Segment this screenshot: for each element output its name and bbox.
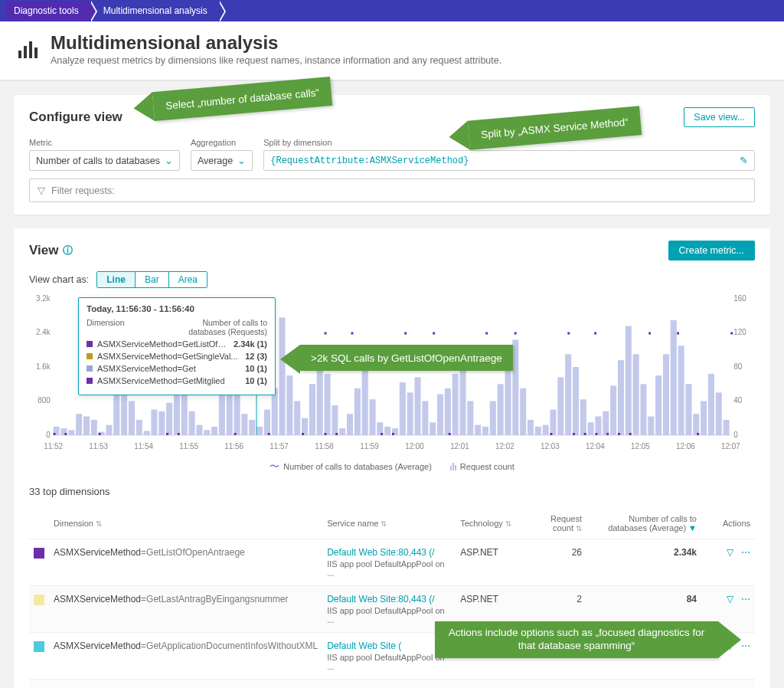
svg-rect-133 — [54, 433, 56, 435]
more-icon[interactable]: ⋯ — [741, 640, 750, 651]
col-service[interactable]: Service name⇅ — [322, 508, 456, 539]
svg-rect-87 — [475, 425, 481, 435]
svg-rect-82 — [437, 395, 443, 435]
svg-text:11:53: 11:53 — [89, 442, 108, 450]
svg-text:800: 800 — [38, 396, 51, 405]
more-icon[interactable]: ⋯ — [741, 547, 750, 558]
svg-rect-81 — [430, 422, 436, 435]
metric-label: Metric — [29, 138, 180, 147]
svg-rect-149 — [595, 433, 597, 435]
svg-text:12:02: 12:02 — [495, 442, 514, 450]
chart-type-bar[interactable]: Bar — [135, 272, 168, 287]
svg-text:11:58: 11:58 — [315, 442, 334, 450]
breadcrumb-item-diagnostic[interactable]: Diagnostic tools — [6, 1, 90, 21]
more-icon[interactable]: ⋯ — [741, 594, 750, 604]
svg-rect-105 — [610, 385, 616, 435]
svg-rect-116 — [693, 414, 699, 435]
svg-rect-57 — [249, 420, 255, 435]
svg-rect-99 — [565, 354, 571, 435]
svg-rect-96 — [543, 425, 549, 435]
svg-text:12:03: 12:03 — [541, 442, 560, 450]
col-calls[interactable]: Number of calls to databases (Average) ▼ — [586, 508, 701, 539]
pencil-icon[interactable]: ✎ — [740, 155, 748, 166]
svg-rect-2 — [29, 41, 32, 58]
svg-text:12:07: 12:07 — [721, 442, 740, 450]
info-icon[interactable]: ⓘ — [63, 244, 73, 257]
svg-rect-79 — [414, 377, 420, 435]
svg-rect-38 — [106, 425, 112, 435]
bar-chart-icon — [15, 37, 40, 61]
svg-text:11:56: 11:56 — [224, 442, 243, 450]
svg-rect-153 — [697, 433, 699, 435]
svg-rect-124 — [404, 333, 407, 335]
col-dimension[interactable]: Dimension⇅ — [49, 508, 322, 539]
svg-rect-34 — [76, 414, 82, 435]
chevron-down-icon: ⌄ — [237, 155, 246, 166]
svg-rect-100 — [573, 367, 579, 435]
svg-rect-101 — [580, 399, 586, 435]
svg-rect-117 — [701, 401, 707, 436]
sort-active-icon: ▼ — [688, 523, 697, 532]
col-request-count[interactable]: Request count⇅ — [516, 508, 586, 539]
svg-rect-83 — [445, 388, 451, 435]
svg-rect-98 — [557, 377, 564, 435]
service-link[interactable]: Default Web Site:80,443 (/ — [327, 594, 435, 604]
svg-rect-86 — [467, 401, 473, 436]
aggregation-select[interactable]: Average ⌄ — [191, 150, 253, 171]
svg-rect-75 — [384, 427, 390, 435]
col-actions: Actions — [701, 508, 755, 539]
svg-rect-66 — [317, 360, 323, 435]
svg-rect-136 — [166, 433, 168, 435]
svg-rect-115 — [685, 384, 691, 435]
svg-rect-152 — [629, 433, 632, 435]
svg-rect-131 — [677, 333, 679, 335]
breadcrumb-item-analysis[interactable]: Multidimensional analysis — [96, 1, 218, 21]
filter-icon[interactable]: ▽ — [727, 547, 733, 558]
svg-rect-63 — [294, 401, 300, 436]
metric-value: Number of calls to databases — [36, 156, 160, 166]
svg-rect-72 — [362, 367, 368, 435]
chart-type-line[interactable]: Line — [97, 272, 135, 287]
create-metric-button[interactable]: Create metric... — [668, 241, 755, 260]
svg-rect-84 — [452, 374, 459, 435]
svg-text:40: 40 — [733, 396, 742, 405]
svg-rect-114 — [678, 346, 684, 435]
table-row[interactable]: ASMXServiceMethod=GetListOfOpenAntraege … — [29, 539, 755, 586]
col-technology[interactable]: Technology⇅ — [456, 508, 516, 539]
filter-requests-input[interactable]: ▽ Filter requests: — [29, 179, 755, 202]
svg-text:0: 0 — [46, 431, 51, 439]
save-view-button[interactable]: Save view... — [684, 107, 755, 127]
service-link[interactable]: Default Web Site:80,443 (/ — [327, 547, 435, 558]
svg-text:80: 80 — [733, 362, 742, 371]
svg-text:1.6k: 1.6k — [36, 362, 51, 371]
chart-type-area[interactable]: Area — [168, 272, 207, 287]
service-link[interactable]: Default Web Site ( — [327, 640, 401, 651]
svg-rect-127 — [514, 333, 517, 335]
svg-rect-137 — [178, 433, 180, 435]
table-row[interactable]: ASMXServiceMethod=GetApplicationDocument… — [29, 680, 755, 689]
svg-rect-97 — [550, 410, 556, 435]
svg-rect-46 — [166, 403, 172, 435]
annotation-actions: Actions include options such as „focused… — [435, 621, 718, 658]
page-subtitle: Analyze request metrics by dimensions li… — [51, 55, 501, 66]
tooltip-row: ASMXServiceMethod=Get10 (1) — [87, 364, 267, 373]
svg-rect-92 — [512, 339, 518, 435]
svg-rect-107 — [626, 326, 632, 435]
svg-rect-80 — [422, 401, 428, 436]
svg-text:12:05: 12:05 — [631, 442, 650, 450]
page-header: Multidimensional analysis Analyze reques… — [0, 21, 784, 81]
split-dimension-token: {RequestAttribute:ASMXServiceMethod} — [270, 156, 469, 166]
svg-rect-95 — [535, 427, 541, 435]
aggregation-value: Average — [198, 156, 233, 166]
chart-tooltip: Today, 11:56:30 - 11:56:40 Dimension Num… — [78, 297, 276, 395]
svg-rect-94 — [528, 420, 534, 435]
svg-rect-106 — [618, 360, 624, 435]
chart-area[interactable]: 08001.6k2.4k3.2k0408012016011:5211:5311:… — [29, 293, 755, 454]
filter-placeholder: Filter requests: — [51, 185, 115, 196]
filter-icon[interactable]: ▽ — [727, 594, 733, 604]
metric-select[interactable]: Number of calls to databases ⌄ — [29, 150, 180, 171]
svg-rect-150 — [606, 433, 609, 435]
svg-rect-59 — [264, 410, 270, 435]
split-dimension-input[interactable]: {RequestAttribute:ASMXServiceMethod} ✎ — [263, 150, 755, 171]
svg-rect-89 — [490, 401, 496, 436]
